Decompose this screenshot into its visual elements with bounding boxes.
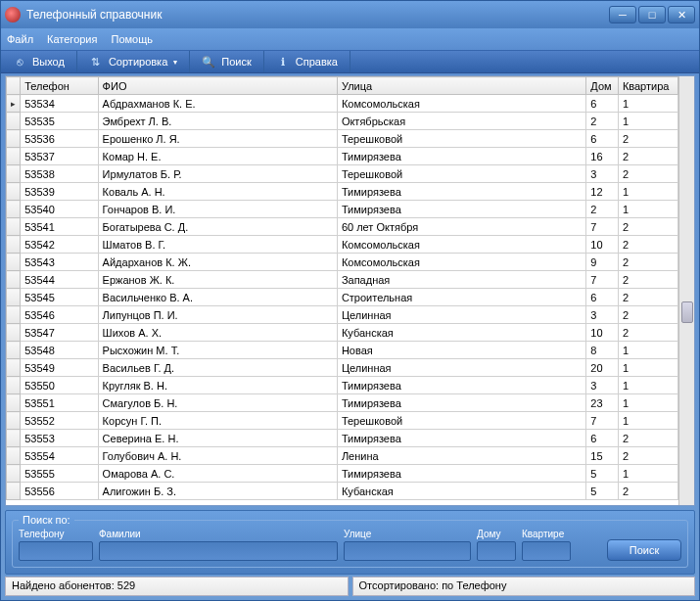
cell-house[interactable]: 9 — [586, 254, 619, 271]
cell-house[interactable]: 2 — [586, 201, 619, 218]
vertical-scrollbar[interactable] — [678, 76, 694, 505]
cell-name[interactable]: Коваль А. Н. — [98, 183, 337, 201]
table-row[interactable]: 53544Ержанов Ж. К.Западная72 — [7, 271, 678, 289]
cell-house[interactable]: 16 — [586, 148, 619, 165]
cell-phone[interactable]: 53545 — [21, 289, 98, 306]
cell-phone[interactable]: 53544 — [21, 271, 98, 289]
table-row[interactable]: 53555Омарова А. С.Тимирязева51 — [7, 465, 678, 483]
cell-street[interactable]: Тимирязева — [337, 377, 585, 394]
cell-phone[interactable]: 53551 — [21, 394, 98, 412]
cell-phone[interactable]: 53542 — [21, 236, 98, 254]
cell-name[interactable]: Северина Е. Н. — [98, 430, 337, 447]
cell-phone[interactable]: 53547 — [21, 324, 98, 342]
cell-apt[interactable]: 1 — [618, 342, 677, 359]
cell-apt[interactable]: 1 — [618, 412, 677, 430]
col-phone[interactable]: Телефон — [21, 77, 98, 95]
cell-name[interactable]: Богатырева С. Д. — [98, 218, 337, 236]
table-row[interactable]: 53556Алигожин Б. З.Кубанская52 — [7, 483, 678, 500]
cell-phone[interactable]: 53537 — [21, 148, 98, 165]
table-row[interactable]: 53551Смагулов Б. Н.Тимирязева231 — [7, 394, 678, 412]
cell-house[interactable]: 6 — [586, 430, 619, 447]
cell-phone[interactable]: 53548 — [21, 342, 98, 359]
cell-phone[interactable]: 53541 — [21, 218, 98, 236]
cell-house[interactable]: 12 — [586, 183, 619, 201]
cell-house[interactable]: 7 — [586, 218, 619, 236]
cell-street[interactable]: Тимирязева — [337, 183, 585, 201]
cell-apt[interactable]: 2 — [618, 218, 677, 236]
cell-house[interactable]: 7 — [586, 412, 619, 430]
cell-name[interactable]: Кругляк В. Н. — [98, 377, 337, 394]
table-row[interactable]: 53553Северина Е. Н.Тимирязева62 — [7, 430, 678, 447]
cell-street[interactable]: Тимирязева — [337, 430, 585, 447]
cell-house[interactable]: 20 — [586, 359, 619, 377]
cell-apt[interactable]: 2 — [618, 148, 677, 165]
cell-street[interactable]: Тимирязева — [337, 465, 585, 483]
col-street[interactable]: Улица — [337, 77, 585, 95]
table-row[interactable]: 53543Айдарханов К. Ж.Комсомольская92 — [7, 254, 678, 271]
cell-house[interactable]: 6 — [586, 95, 619, 113]
cell-phone[interactable]: 53543 — [21, 254, 98, 271]
cell-house[interactable]: 15 — [586, 447, 619, 465]
cell-house[interactable]: 6 — [586, 289, 619, 306]
table-row[interactable]: 53538Ирмулатов Б. Р.Терешковой32 — [7, 165, 678, 183]
cell-apt[interactable]: 1 — [618, 394, 677, 412]
col-apt[interactable]: Квартира — [618, 77, 677, 95]
cell-street[interactable]: Кубанская — [337, 483, 585, 500]
table-row[interactable]: 53535Эмбрехт Л. В.Октябрьская21 — [7, 113, 678, 130]
exit-button[interactable]: ⎋ Выход — [1, 51, 77, 72]
search-street-input[interactable] — [344, 541, 471, 561]
table-row[interactable]: 53545Васильченко В. А.Строительная62 — [7, 289, 678, 306]
cell-street[interactable]: Целинная — [337, 306, 585, 324]
cell-house[interactable]: 6 — [586, 130, 619, 148]
cell-name[interactable]: Эмбрехт Л. В. — [98, 113, 337, 130]
cell-apt[interactable]: 2 — [618, 165, 677, 183]
menu-category[interactable]: Категория — [47, 33, 97, 45]
cell-name[interactable]: Рысхожин М. Т. — [98, 342, 337, 359]
cell-name[interactable]: Липунцов П. И. — [98, 306, 337, 324]
cell-apt[interactable]: 1 — [618, 113, 677, 130]
cell-apt[interactable]: 2 — [618, 254, 677, 271]
cell-street[interactable]: Комсомольская — [337, 95, 585, 113]
table-row[interactable]: 53552Корсун Г. П.Терешковой71 — [7, 412, 678, 430]
cell-name[interactable]: Айдарханов К. Ж. — [98, 254, 337, 271]
cell-name[interactable]: Ерошенко Л. Я. — [98, 130, 337, 148]
cell-street[interactable]: Западная — [337, 271, 585, 289]
sort-button[interactable]: ⇅ Сортировка ▾ — [77, 51, 190, 72]
col-name[interactable]: ФИО — [98, 77, 337, 95]
cell-street[interactable]: Тимирязева — [337, 148, 585, 165]
cell-phone[interactable]: 53553 — [21, 430, 98, 447]
cell-name[interactable]: Ирмулатов Б. Р. — [98, 165, 337, 183]
cell-apt[interactable]: 1 — [618, 465, 677, 483]
cell-phone[interactable]: 53535 — [21, 113, 98, 130]
cell-name[interactable]: Голубович А. Н. — [98, 447, 337, 465]
data-grid[interactable]: Телефон ФИО Улица Дом Квартира ▸53534Абд… — [6, 76, 678, 505]
search-house-input[interactable] — [477, 541, 516, 561]
cell-house[interactable]: 8 — [586, 342, 619, 359]
cell-name[interactable]: Омарова А. С. — [98, 465, 337, 483]
table-row[interactable]: 53554Голубович А. Н.Ленина152 — [7, 447, 678, 465]
cell-house[interactable]: 5 — [586, 465, 619, 483]
cell-street[interactable]: Целинная — [337, 359, 585, 377]
cell-street[interactable]: Октябрьская — [337, 113, 585, 130]
cell-street[interactable]: Кубанская — [337, 324, 585, 342]
cell-street[interactable]: Комсомольская — [337, 254, 585, 271]
table-row[interactable]: 53549Васильев Г. Д.Целинная201 — [7, 359, 678, 377]
menu-help[interactable]: Помощь — [111, 33, 153, 45]
table-row[interactable]: 53542Шматов В. Г.Комсомольская102 — [7, 236, 678, 254]
cell-street[interactable]: Тимирязева — [337, 201, 585, 218]
cell-phone[interactable]: 53539 — [21, 183, 98, 201]
search-toolbar-button[interactable]: 🔍 Поиск — [190, 51, 263, 72]
maximize-button[interactable]: □ — [638, 6, 666, 23]
close-button[interactable]: ✕ — [668, 6, 695, 23]
search-name-input[interactable] — [99, 541, 338, 561]
cell-phone[interactable]: 53554 — [21, 447, 98, 465]
cell-street[interactable]: Терешковой — [337, 130, 585, 148]
cell-apt[interactable]: 2 — [618, 324, 677, 342]
cell-street[interactable]: Ленина — [337, 447, 585, 465]
cell-phone[interactable]: 53555 — [21, 465, 98, 483]
table-row[interactable]: 53539Коваль А. Н.Тимирязева121 — [7, 183, 678, 201]
cell-name[interactable]: Смагулов Б. Н. — [98, 394, 337, 412]
search-apt-input[interactable] — [522, 541, 571, 561]
cell-apt[interactable]: 2 — [618, 130, 677, 148]
table-row[interactable]: 53540Гончаров В. И.Тимирязева21 — [7, 201, 678, 218]
